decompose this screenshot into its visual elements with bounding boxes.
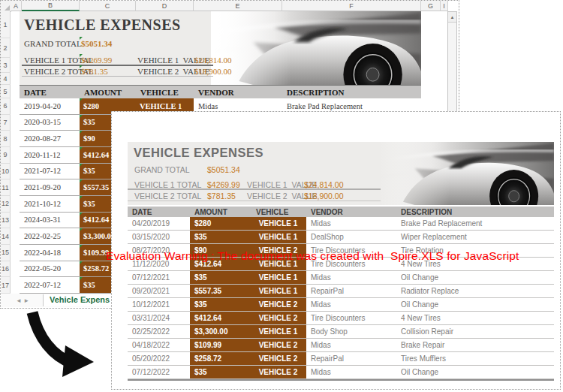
- table-row: 04/20/2019 $280 VEHICLE 1 Midas Brake Pa…: [128, 217, 554, 231]
- cell-vendor: RepairPal: [306, 287, 396, 295]
- amount-text: $90: [83, 134, 95, 143]
- cell-vehicle: VEHICLE 2: [250, 339, 306, 351]
- header-vehicle: VEHICLE: [136, 88, 194, 97]
- row-header[interactable]: 6: [1, 98, 11, 115]
- error-indicator-icon: [80, 228, 83, 231]
- cell-vehicle: VEHICLE 1: [250, 325, 306, 338]
- cell-description: Radiator Replace: [396, 287, 554, 295]
- vehicle2-total-value: $781.35: [81, 67, 108, 76]
- cell-vehicle: VEHICLE 2: [250, 312, 306, 324]
- column-header[interactable]: D: [136, 1, 194, 11]
- totals-divider: [128, 188, 381, 190]
- row-header[interactable]: 15: [1, 245, 11, 261]
- amount-text: $35: [83, 281, 95, 289]
- cell-vendor: Midas: [306, 219, 396, 228]
- cell-date: 2022-05-20: [20, 264, 80, 273]
- cell-description: 4 New Tires: [396, 314, 554, 322]
- table-row: 03/15/2020 $35 VEHICLE 1 DealShop Wiper …: [128, 231, 554, 244]
- error-indicator-icon: [80, 37, 83, 40]
- header-amount: AMOUNT: [190, 208, 250, 216]
- amount-text: $280: [83, 102, 99, 110]
- row-header[interactable]: 11: [1, 179, 11, 196]
- cell-amount: $280: [190, 217, 250, 230]
- cell-vendor: RepairPal: [306, 354, 396, 363]
- cell-description: Brake Pad Replacement: [282, 102, 421, 110]
- cell-date: 2024-03-31: [20, 216, 80, 224]
- sheet-nav-icons[interactable]: ◄ ►: [16, 297, 32, 304]
- row-header[interactable]: 17: [1, 277, 11, 294]
- cell-amount: $258.72: [190, 352, 250, 365]
- table-row: 03/31/2024 $412.64 VEHICLE 2 Tire Discou…: [128, 312, 554, 325]
- column-header[interactable]: C: [80, 1, 136, 11]
- document-title: VEHICLE EXPENSES: [134, 146, 263, 160]
- cell-vendor: Tire Discounters: [306, 314, 396, 322]
- column-header[interactable]: E: [194, 1, 282, 11]
- cell-vendor: Body Shop: [306, 327, 396, 336]
- row-header[interactable]: 8: [1, 131, 11, 147]
- cell-date: 2019-04-20: [20, 102, 80, 110]
- table-row: 07/12/2022 $35 VEHICLE 2 Midas Oil Chang…: [128, 366, 554, 379]
- sheet-tab[interactable]: Vehicle Expens: [43, 294, 116, 306]
- cell-description: Oil Change: [396, 300, 554, 309]
- row-header[interactable]: 1: [1, 11, 11, 38]
- row-header[interactable]: 5: [1, 85, 11, 98]
- column-header[interactable]: G: [421, 1, 441, 11]
- select-all-corner[interactable]: [1, 1, 11, 12]
- column-header[interactable]: I: [441, 1, 448, 11]
- amount-text: $3,300.00: [83, 232, 115, 240]
- header-date: DATE: [20, 88, 80, 97]
- table-row: 10/12/2021 $35 VEHICLE 2 Midas Oil Chang…: [128, 298, 554, 312]
- error-indicator-icon: [80, 213, 83, 216]
- cell-vehicle: VEHICLE 2: [250, 352, 306, 365]
- row-header[interactable]: 9: [1, 147, 11, 164]
- cell-vendor: Midas: [306, 368, 396, 376]
- scroll-up-icon[interactable]: ▲: [448, 12, 456, 23]
- row-header[interactable]: 14: [1, 228, 11, 245]
- cell-date: 07/12/2022: [128, 368, 190, 376]
- prev-sheet-icon[interactable]: ◄: [16, 297, 22, 304]
- row-header[interactable]: 4: [1, 73, 11, 85]
- header-description: DESCRIPTION: [282, 88, 421, 97]
- error-indicator-icon: [80, 196, 83, 199]
- vehicle2-total-value: $781.35: [207, 191, 236, 201]
- header-amount: AMOUNT: [80, 88, 136, 97]
- column-header[interactable]: A: [11, 1, 22, 11]
- vehicle2-total-label: VEHICLE 2 TOTAL: [134, 191, 201, 201]
- row-header[interactable]: 16: [1, 261, 11, 278]
- table-row: 07/12/2021 $35 VEHICLE 1 Midas Oil Chang…: [128, 271, 554, 285]
- amount-text: $258.72: [83, 264, 109, 273]
- cell-amount: $35: [190, 366, 250, 378]
- amount-text: $35: [83, 167, 95, 175]
- row-header[interactable]: 3: [1, 58, 11, 73]
- column-header[interactable]: B: [22, 1, 80, 11]
- cell-vendor: Midas: [306, 273, 396, 282]
- cell-description: Oil Change: [396, 273, 554, 282]
- row-header[interactable]: 12: [1, 196, 11, 213]
- cell-amount: $35: [190, 298, 250, 311]
- header-date: DATE: [128, 208, 190, 216]
- cell-description: Tires Mufflers: [396, 354, 554, 363]
- cell-vehicle: VEHICLE 1: [250, 285, 306, 297]
- cell-vendor: DealShop: [306, 233, 396, 241]
- row-header[interactable]: 13: [1, 213, 11, 229]
- table-row: 04/18/2022 $109.99 VEHICLE 2 Midas Brake…: [128, 339, 554, 352]
- cell-date: 07/12/2021: [128, 273, 190, 282]
- vehicle1-total-value: $4269.99: [81, 56, 112, 65]
- cell-date: 2020-08-27: [20, 134, 80, 143]
- next-sheet-icon[interactable]: ►: [23, 297, 29, 304]
- cell-date: 2020-11-12: [20, 151, 80, 159]
- row-header[interactable]: 7: [1, 115, 11, 131]
- table-row: 05/20/2022 $258.72 VEHICLE 2 RepairPal T…: [128, 352, 554, 366]
- header-description: DESCRIPTION: [396, 208, 554, 216]
- error-indicator-icon: [80, 98, 83, 101]
- cell-vehicle: VEHICLE 2: [250, 366, 306, 378]
- amount-text: $412.64: [83, 151, 109, 159]
- row-header[interactable]: 10: [1, 164, 11, 180]
- row-header[interactable]: 2: [1, 38, 11, 58]
- vehicle2-value-amount: $18,900.00: [194, 67, 232, 76]
- column-header[interactable]: F: [282, 1, 421, 11]
- grand-total-label: GRAND TOTAL: [134, 165, 190, 174]
- cell-description: Brake Pad Replacement: [396, 219, 554, 228]
- cell-vendor: Midas: [306, 300, 396, 309]
- sheet-title: VEHICLE EXPENSES: [24, 17, 181, 34]
